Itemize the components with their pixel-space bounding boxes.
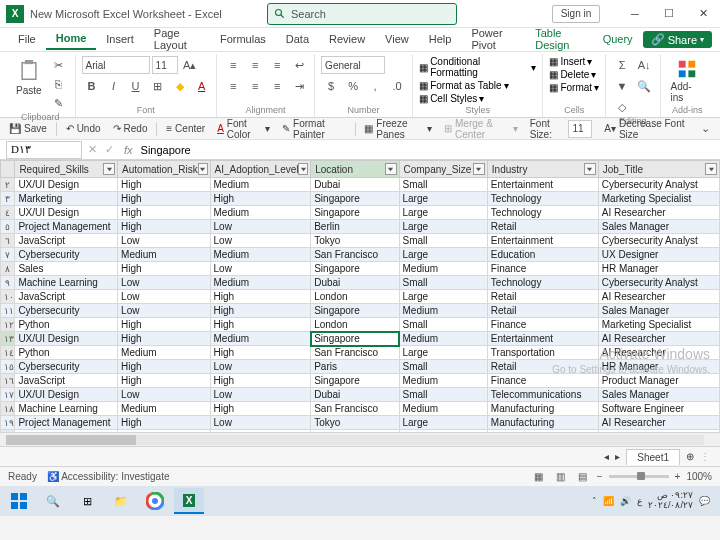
cell[interactable]: Low xyxy=(210,388,311,402)
cell-styles-button[interactable]: ▦ Cell Styles ▾ xyxy=(419,93,484,104)
ribbon-options-icon[interactable]: ⌄ xyxy=(698,120,714,138)
row-header[interactable]: ٢٠ xyxy=(1,430,15,433)
zoom-slider[interactable] xyxy=(609,475,669,478)
column-header[interactable]: AI_Adoption_Level xyxy=(210,161,311,178)
cell[interactable]: Manufacturing xyxy=(487,416,598,430)
border-button[interactable]: ⊞ xyxy=(148,77,168,95)
find-icon[interactable]: 🔍 xyxy=(634,77,654,95)
cell[interactable]: Medium xyxy=(399,262,487,276)
font-color-button[interactable]: A xyxy=(192,77,212,95)
copy-button[interactable]: ⎘ xyxy=(49,75,69,93)
zoom-out-icon[interactable]: − xyxy=(597,471,603,482)
column-header[interactable]: Industry xyxy=(487,161,598,178)
row-header[interactable]: ١٦ xyxy=(1,374,15,388)
cell[interactable]: Small xyxy=(399,360,487,374)
filter-dropdown-icon[interactable] xyxy=(584,163,596,175)
cell[interactable]: AI Researcher xyxy=(598,332,719,346)
format-as-table-button[interactable]: ▦ Format as Table ▾ xyxy=(419,80,509,91)
cell[interactable]: Dubai xyxy=(311,388,399,402)
qat-undo[interactable]: ↶ Undo xyxy=(63,122,104,135)
cell[interactable]: Singapore xyxy=(311,332,399,346)
cell[interactable]: Medium xyxy=(210,332,311,346)
cell[interactable]: Software Engineer xyxy=(598,402,719,416)
qat-save[interactable]: 💾 Save xyxy=(6,122,50,135)
cell[interactable]: UX/UI Design xyxy=(15,332,118,346)
cell[interactable]: Large xyxy=(399,430,487,433)
cell[interactable]: UX/UI Design xyxy=(15,388,118,402)
cell[interactable]: Singapore xyxy=(311,192,399,206)
cell[interactable]: High xyxy=(118,374,210,388)
signin-button[interactable]: Sign in xyxy=(552,5,600,23)
qat-font-size[interactable]: Font Size: 11 xyxy=(527,117,596,141)
status-accessibility[interactable]: ♿ Accessibility: Investigate xyxy=(47,471,170,482)
cell[interactable]: AI Researcher xyxy=(598,416,719,430)
row-header[interactable]: ٧ xyxy=(1,248,15,262)
taskbar-excel-icon[interactable]: X xyxy=(174,488,204,514)
cell[interactable]: Sales Manager xyxy=(598,220,719,234)
tab-data[interactable]: Data xyxy=(276,30,319,49)
cell[interactable]: Python xyxy=(15,346,118,360)
cell[interactable]: JavaScript xyxy=(15,374,118,388)
filter-dropdown-icon[interactable] xyxy=(298,163,308,175)
cell[interactable]: High xyxy=(210,304,311,318)
cell[interactable]: Machine Learning xyxy=(15,402,118,416)
cell[interactable]: High xyxy=(118,430,210,433)
qat-freeze-panes[interactable]: ▦ Freeze Panes ▾ xyxy=(361,117,435,141)
cell[interactable]: Medium xyxy=(210,248,311,262)
italic-button[interactable]: I xyxy=(104,77,124,95)
fill-color-button[interactable]: ◆ xyxy=(170,77,190,95)
row-header[interactable]: ٥ xyxy=(1,220,15,234)
cell[interactable]: High xyxy=(118,318,210,332)
comma-icon[interactable]: , xyxy=(365,77,385,95)
filter-dropdown-icon[interactable] xyxy=(198,163,208,175)
qat-redo[interactable]: ↷ Redo xyxy=(110,122,151,135)
cell[interactable]: Medium xyxy=(210,430,311,433)
cut-button[interactable]: ✂ xyxy=(49,56,69,74)
row-header[interactable]: ١٢ xyxy=(1,318,15,332)
cell[interactable]: UX Designer xyxy=(598,248,719,262)
cell[interactable]: Finance xyxy=(487,262,598,276)
cell[interactable]: Medium xyxy=(399,374,487,388)
horizontal-scrollbar[interactable] xyxy=(0,432,720,446)
cell[interactable]: Large xyxy=(399,206,487,220)
autosum-icon[interactable]: Σ xyxy=(612,56,632,74)
cell[interactable]: Small xyxy=(399,178,487,192)
cell[interactable]: Large xyxy=(399,346,487,360)
cell[interactable]: Marketing xyxy=(15,192,118,206)
font-family-select[interactable]: Arial xyxy=(82,56,150,74)
qat-font-color[interactable]: A Font Color ▾ xyxy=(214,117,273,141)
new-sheet-icon[interactable]: ⊕ xyxy=(686,451,694,462)
cell[interactable]: Sales Manager xyxy=(598,304,719,318)
cell[interactable]: Low xyxy=(210,262,311,276)
conditional-formatting-button[interactable]: ▦ Conditional Formatting ▾ xyxy=(419,56,536,78)
cell[interactable]: Cybersecurity Analyst xyxy=(598,234,719,248)
start-button[interactable] xyxy=(4,488,34,514)
cancel-formula-icon[interactable]: ✕ xyxy=(84,143,101,156)
cell[interactable]: Paris xyxy=(311,360,399,374)
formula-input[interactable]: Singapore xyxy=(139,144,720,156)
tray-lang-icon[interactable]: ع xyxy=(637,496,642,506)
cell[interactable]: JavaScript xyxy=(15,234,118,248)
fx-icon[interactable]: fx xyxy=(118,144,139,156)
scroll-thumb[interactable] xyxy=(6,435,136,445)
cell[interactable]: Low xyxy=(118,388,210,402)
cell[interactable]: Large xyxy=(399,290,487,304)
enter-formula-icon[interactable]: ✓ xyxy=(101,143,118,156)
share-button[interactable]: 🔗Share▾ xyxy=(643,31,712,48)
cell[interactable]: Singapore xyxy=(311,262,399,276)
cell[interactable]: Retail xyxy=(487,220,598,234)
filter-dropdown-icon[interactable] xyxy=(385,163,397,175)
cell[interactable]: Retail xyxy=(487,360,598,374)
column-header[interactable]: Job_Title xyxy=(598,161,719,178)
sheet-nav-prev-icon[interactable]: ◂ xyxy=(604,451,609,462)
qat-center[interactable]: ≡ Center xyxy=(163,122,208,135)
cell[interactable]: Medium xyxy=(399,304,487,318)
cell[interactable]: Dubai xyxy=(311,276,399,290)
column-header[interactable]: Required_Skills xyxy=(15,161,118,178)
addins-button[interactable]: Add-ins xyxy=(667,56,708,105)
minimize-button[interactable]: ─ xyxy=(618,0,652,28)
row-header[interactable]: ٤ xyxy=(1,206,15,220)
cell[interactable]: Large xyxy=(399,416,487,430)
cell[interactable]: Python xyxy=(15,318,118,332)
cell[interactable]: JavaScript xyxy=(15,290,118,304)
